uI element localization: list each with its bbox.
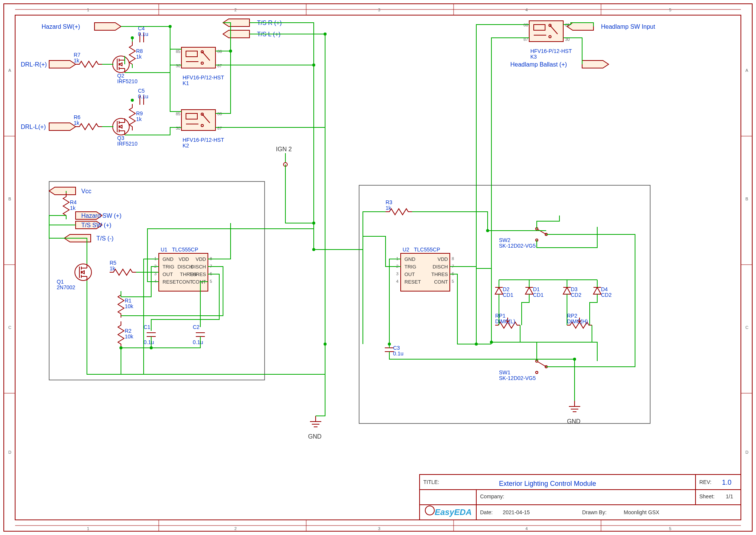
svg-text:4: 4 <box>525 526 528 531</box>
svg-text:4: 4 <box>525 8 528 12</box>
easyeda-logo: EasyEDA <box>435 507 472 517</box>
svg-text:Company:: Company: <box>480 493 504 499</box>
svg-text:GND: GND <box>163 256 174 262</box>
svg-text:THRES: THRES <box>431 271 448 277</box>
R5: R51k <box>110 260 136 275</box>
svg-text:THRES: THRES <box>189 271 206 277</box>
svg-text:GND: GND <box>308 433 322 440</box>
C5: C50.1u <box>138 88 148 105</box>
D3: D3CD2 <box>563 286 581 298</box>
svg-text:OUT: OUT <box>404 271 415 277</box>
svg-text:R8: R8 <box>136 48 143 54</box>
svg-text:RESET: RESET <box>404 279 421 285</box>
svg-text:Vcc: Vcc <box>81 188 91 194</box>
svg-text:R3: R3 <box>386 199 392 205</box>
svg-text:1k: 1k <box>136 116 142 122</box>
svg-text:1.0: 1.0 <box>722 479 731 486</box>
port-ts-l <box>223 30 249 38</box>
U2: U2TLC555CP GNDTRIGOUTRESET VDDDISCHTHRES… <box>396 247 454 291</box>
C2: C20.1u <box>193 324 205 345</box>
svg-text:Moonlight GSX: Moonlight GSX <box>624 509 660 515</box>
svg-text:D4: D4 <box>601 286 608 292</box>
svg-text:4: 4 <box>396 279 398 284</box>
svg-text:CD2: CD2 <box>571 292 581 298</box>
net-ign2: IGN 2 <box>276 146 292 152</box>
svg-text:1: 1 <box>87 8 89 12</box>
svg-text:K3: K3 <box>530 54 537 60</box>
svg-text:Hazard SW (+): Hazard SW (+) <box>81 212 121 219</box>
svg-text:D: D <box>8 450 11 454</box>
svg-text:GND: GND <box>404 256 415 262</box>
svg-text:Drawn By:: Drawn By: <box>582 509 607 515</box>
R9: R91k <box>129 104 143 130</box>
svg-text:DISCH: DISCH <box>191 264 206 270</box>
svg-text:2021-04-15: 2021-04-15 <box>503 509 530 515</box>
svg-text:R1: R1 <box>125 298 132 304</box>
svg-text:HFV16-P/12-HST: HFV16-P/12-HST <box>183 137 224 143</box>
svg-text:VDD: VDD <box>438 256 448 262</box>
svg-text:TLC555CP: TLC555CP <box>172 247 198 253</box>
svg-text:OUT: OUT <box>163 271 173 277</box>
svg-text:1k: 1k <box>74 57 80 64</box>
svg-text:DRL-L(+): DRL-L(+) <box>21 124 46 130</box>
D4: D4CD2 <box>593 286 612 298</box>
C3: C30.1u <box>385 345 403 357</box>
port-hazard-sw-top <box>94 23 121 30</box>
svg-text:87: 87 <box>217 64 222 68</box>
svg-point-206 <box>312 248 315 251</box>
svg-text:RP1: RP1 <box>495 313 505 319</box>
svg-text:T/S SW (+): T/S SW (+) <box>81 222 112 228</box>
svg-text:R5: R5 <box>110 260 116 266</box>
svg-text:5: 5 <box>669 8 671 12</box>
R1: R110k <box>118 291 134 318</box>
port-vcc <box>49 187 76 195</box>
R8: R81k <box>129 42 143 68</box>
K1: HFV16-P/12-HSTK1 85863087 <box>176 47 224 86</box>
svg-point-202 <box>229 50 232 53</box>
svg-text:HFV16-P/12-HST: HFV16-P/12-HST <box>530 48 572 54</box>
svg-text:SW2: SW2 <box>499 237 511 243</box>
svg-text:SK-12D02-VG5: SK-12D02-VG5 <box>499 375 536 381</box>
svg-text:C1: C1 <box>144 324 150 330</box>
svg-text:R7: R7 <box>74 52 81 58</box>
C4: C40.1u <box>138 25 148 42</box>
svg-text:85: 85 <box>176 112 180 116</box>
sheet-title: Exterior Lighting Control Module <box>499 480 596 487</box>
svg-text:30: 30 <box>176 126 180 130</box>
svg-point-214 <box>573 358 576 361</box>
svg-text:Q3: Q3 <box>117 135 124 141</box>
svg-point-213 <box>490 341 493 344</box>
svg-text:R6: R6 <box>74 114 81 120</box>
svg-text:0.1u: 0.1u <box>193 339 203 345</box>
R6: R61k <box>74 114 102 130</box>
svg-point-210 <box>475 343 478 346</box>
svg-text:VDD: VDD <box>196 256 206 262</box>
svg-text:U1: U1 <box>161 247 167 253</box>
R2: R210k <box>118 321 134 348</box>
svg-point-207 <box>324 343 327 346</box>
svg-text:CD1: CD1 <box>533 292 544 298</box>
Q1: Q12N7002 <box>57 264 91 290</box>
svg-text:0.1u: 0.1u <box>138 93 148 99</box>
port-headlamp-ballast <box>582 60 609 68</box>
svg-text:5: 5 <box>669 526 671 531</box>
svg-text:IRF5210: IRF5210 <box>117 141 138 147</box>
svg-text:DIMC(H): DIMC(H) <box>567 318 588 324</box>
svg-text:Headlamp Ballast (+): Headlamp Ballast (+) <box>510 61 567 68</box>
svg-point-201 <box>169 25 172 28</box>
svg-rect-1 <box>15 15 741 520</box>
port-drl-l <box>49 123 76 130</box>
svg-text:5: 5 <box>210 279 212 284</box>
svg-point-205 <box>312 222 315 225</box>
R7: R71k <box>74 52 102 67</box>
svg-text:1k: 1k <box>136 54 142 60</box>
svg-text:CONT: CONT <box>179 279 193 285</box>
svg-text:GND: GND <box>567 418 581 425</box>
svg-point-203 <box>312 64 315 67</box>
svg-text:B: B <box>745 197 748 201</box>
svg-text:2N7002: 2N7002 <box>57 284 75 290</box>
svg-text:87: 87 <box>217 126 222 130</box>
svg-text:TLC555CP: TLC555CP <box>414 247 440 253</box>
svg-text:C2: C2 <box>193 324 200 330</box>
svg-text:1k: 1k <box>386 205 392 211</box>
